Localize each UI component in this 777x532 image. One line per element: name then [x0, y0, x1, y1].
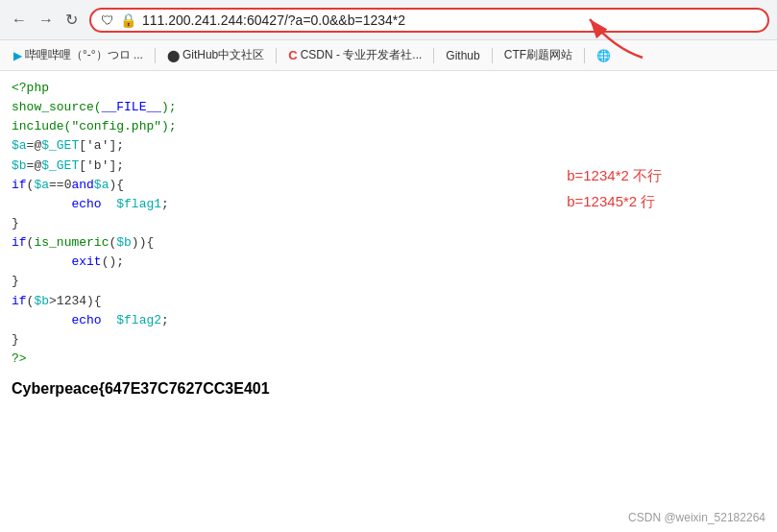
if-b-gt: >1234){ [49, 292, 102, 311]
code-line-close1: } [12, 214, 765, 233]
if-a-eq: ==0 [49, 176, 71, 195]
code-line-php-close: ?> [12, 350, 765, 369]
annotation-block: b=1234*2 不行 b=12345*2 行 [567, 162, 662, 214]
bilibili-icon: ▶ [13, 49, 22, 62]
file-const: __FILE__ [102, 98, 161, 117]
code-line-close2: } [12, 272, 765, 291]
if-a-cond: ( [27, 176, 35, 195]
echo-indent-1 [12, 195, 71, 214]
close-brace-2: } [12, 272, 19, 291]
code-line-php-open: <?php [12, 79, 765, 98]
page-footer: CSDN @weixin_52182264 [628, 511, 765, 524]
echo-space-2 [102, 311, 117, 330]
code-line-echo-flag2: echo $flag2; [12, 311, 765, 330]
and-kw: and [71, 176, 93, 195]
page-content: <?php show_source(__FILE__); include("co… [0, 71, 777, 532]
if-num-close: )){ [132, 233, 154, 253]
bookmark-github-label: GitHub中文社区 [182, 47, 264, 63]
b-eq: =@ [27, 157, 42, 176]
browser-bar: ← → ↻ 🛡 🔒 [0, 0, 777, 40]
exit-indent [12, 253, 71, 272]
is-numeric-fn: is_numeric [34, 233, 109, 253]
get-super: $_GET [41, 136, 79, 156]
b-var-2: $b [116, 233, 132, 253]
close-brace-1: } [12, 214, 19, 233]
lock-icon: 🔒 [120, 12, 136, 28]
code-line-a-get: $a=@$_GET['a']; [12, 136, 765, 156]
include-str: "config.php" [71, 117, 161, 136]
back-button[interactable]: ← [8, 10, 31, 31]
code-line-if-numeric: if(is_numeric($b)){ [12, 233, 765, 253]
address-input[interactable] [142, 12, 758, 28]
include-end: ); [161, 117, 177, 136]
bookmark-bilibili[interactable]: ▶ 哔哩哔哩（°-°）つロ ... [8, 45, 149, 65]
echo-semi-1: ; [161, 195, 169, 214]
bookmarks-bar: ▶ 哔哩哔哩（°-°）つロ ... ⬤ GitHub中文社区 C CSDN - … [0, 40, 777, 71]
flag-output: Cyberpeace{647E37C7627CC3E401 [12, 380, 765, 398]
bookmark-ctf[interactable]: CTF刷题网站 [498, 45, 578, 65]
red-arrow-svg [575, 10, 652, 62]
php-open-tag: <?php [12, 79, 49, 98]
security-icon: 🛡 [101, 12, 114, 28]
show-source-end: ); [161, 98, 177, 117]
bookmark-csdn-label: CSDN - 专业开发者社... [301, 47, 423, 63]
if-num-paren2: ( [109, 233, 116, 253]
divider-2 [276, 48, 277, 63]
divider-4 [492, 48, 493, 63]
if-num-paren: ( [27, 233, 35, 253]
echo-indent-2 [12, 311, 71, 330]
flag2-var: $flag2 [116, 311, 161, 330]
flag1-var: $flag1 [116, 195, 161, 214]
code-line-if-b: if($b>1234){ [12, 292, 765, 311]
echo-kw-1: echo [71, 195, 101, 214]
if-kw-3: if [12, 292, 27, 311]
echo-semi-2: ; [161, 311, 169, 330]
annotation-line2: b=12345*2 行 [567, 188, 662, 214]
code-line-include: include("config.php"); [12, 117, 765, 136]
divider-3 [433, 48, 434, 63]
a-var-3: $a [94, 176, 109, 195]
a-key: ['a']; [79, 136, 124, 156]
close-brace-3: } [12, 330, 19, 350]
annotation-line1: b=1234*2 不行 [567, 162, 662, 188]
bookmark-github[interactable]: ⬤ GitHub中文社区 [161, 45, 270, 65]
b-var-3: $b [34, 292, 49, 311]
bookmark-ctf-label: CTF刷题网站 [504, 47, 572, 63]
code-line-exit: exit(); [12, 253, 765, 272]
show-source-text: show_source( [12, 98, 102, 117]
csdn-icon: C [288, 48, 297, 62]
b-var: $b [12, 157, 27, 176]
refresh-button[interactable]: ↻ [61, 9, 82, 31]
code-block: <?php show_source(__FILE__); include("co… [12, 79, 765, 369]
exit-kw: exit [71, 253, 101, 272]
a-eq: =@ [27, 136, 42, 156]
forward-button[interactable]: → [35, 10, 58, 31]
if-kw-1: if [12, 176, 27, 195]
echo-kw-2: echo [71, 311, 101, 330]
b-key: ['b']; [79, 157, 124, 176]
php-close-tag: ?> [12, 350, 27, 369]
address-bar-wrapper: 🛡 🔒 [89, 8, 769, 33]
include-text: include( [12, 117, 71, 136]
code-line-show-source: show_source(__FILE__); [12, 98, 765, 117]
echo-space-1 [102, 195, 117, 214]
code-line-close3: } [12, 330, 765, 350]
exit-call: (); [102, 253, 124, 272]
get-super-b: $_GET [41, 157, 79, 176]
bookmark-github2-label: Github [446, 49, 479, 62]
github-icon: ⬤ [167, 49, 180, 62]
if-b-cond: ( [27, 292, 35, 311]
nav-buttons: ← → ↻ [8, 9, 82, 31]
bookmark-csdn[interactable]: C CSDN - 专业开发者社... [282, 45, 427, 65]
bookmark-github2[interactable]: Github [440, 47, 485, 64]
if-a-brace: ){ [109, 176, 124, 195]
if-kw-2: if [12, 233, 27, 253]
divider-1 [155, 48, 156, 63]
a-var-2: $a [34, 176, 49, 195]
a-var: $a [12, 136, 27, 156]
bookmark-bilibili-label: 哔哩哔哩（°-°）つロ ... [25, 47, 143, 63]
